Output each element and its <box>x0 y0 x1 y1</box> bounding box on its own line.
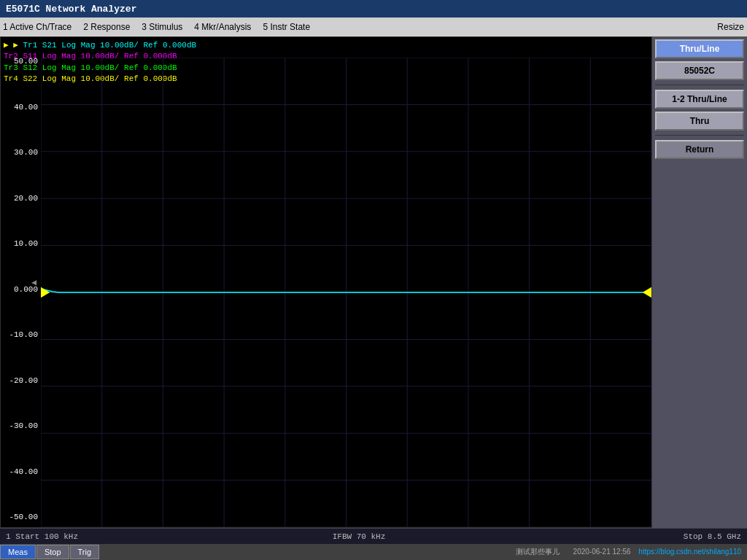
app-title: E5071C Network Analyzer <box>6 4 136 15</box>
url-display: 测试那些事儿 2020-06-21 12:56 https://blog.csd… <box>100 547 747 557</box>
panel-separator-2 <box>655 135 744 136</box>
thru-button[interactable]: Thru <box>655 112 744 131</box>
chart-area: ▶ Tr1 S21 Log Mag 10.00dB/ Ref 0.000dB T… <box>0 36 652 528</box>
return-button[interactable]: Return <box>655 140 744 159</box>
y-label-50: 50.00 <box>4 58 38 66</box>
y-label-40: 40.00 <box>4 104 38 112</box>
thru-line-button[interactable]: Thru/Line <box>655 39 744 58</box>
y-label-n40: -40.00 <box>4 468 38 476</box>
menu-mkr-analysis[interactable]: 4 Mkr/Analysis <box>194 22 251 32</box>
meas-button[interactable]: Meas <box>0 545 36 559</box>
y-label-10: 10.00 <box>4 240 38 248</box>
y-label-20: 20.00 <box>4 195 38 203</box>
menu-response[interactable]: 2 Response <box>83 22 130 32</box>
85052c-button[interactable]: 85052C <box>655 61 744 80</box>
chart-left-arrow: ◀ <box>31 277 36 288</box>
right-panel: Thru/Line 85052C 1-2 Thru/Line Thru Retu… <box>652 36 747 528</box>
y-label-n50: -50.00 <box>4 513 38 521</box>
stop-button[interactable]: Stop <box>36 545 69 559</box>
panel-separator-1 <box>655 85 744 85</box>
y-label-n20: -20.00 <box>4 377 38 385</box>
menu-active-ch[interactable]: 1 Active Ch/Trace <box>3 22 71 32</box>
url-link[interactable]: https://blog.csdn.net/shilang110 <box>638 548 741 556</box>
menu-stimulus[interactable]: 3 Stimulus <box>142 22 182 32</box>
resize-button[interactable]: Resize <box>717 22 744 32</box>
trig-button[interactable]: Trig <box>70 545 100 559</box>
status-bar: 1 Start 100 kHz IFBW 70 kHz Stop 8.5 GHz <box>0 528 747 544</box>
right-marker <box>643 287 651 298</box>
bottom-bar: Meas Stop Trig 测试那些事儿 2020-06-21 12:56 h… <box>0 544 747 560</box>
status-ifbw: IFBW 70 kHz <box>123 532 595 541</box>
y-label-n10: -10.00 <box>4 331 38 339</box>
menu-instr-state[interactable]: 5 Instr State <box>263 22 310 32</box>
left-marker <box>41 287 50 298</box>
y-label-n30: -30.00 <box>4 422 38 430</box>
main-content: ▶ Tr1 S21 Log Mag 10.00dB/ Ref 0.000dB T… <box>0 36 747 528</box>
timestamp: 2020-06-21 12:56 <box>573 548 631 556</box>
title-bar: E5071C Network Analyzer <box>0 0 747 18</box>
status-stop: Stop 8.5 GHz <box>595 532 741 541</box>
watermark-text: 测试那些事儿 <box>516 548 560 556</box>
chart-svg <box>41 58 651 527</box>
y-label-30: 30.00 <box>4 149 38 157</box>
menu-bar: 1 Active Ch/Trace 2 Response 3 Stimulus … <box>0 18 747 36</box>
1-2-thru-line-button[interactable]: 1-2 Thru/Line <box>655 90 744 109</box>
status-start: 1 Start 100 kHz <box>6 532 123 541</box>
